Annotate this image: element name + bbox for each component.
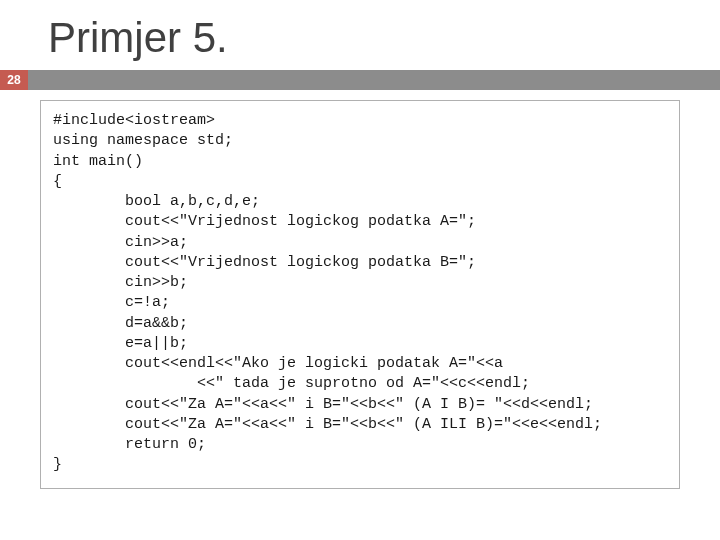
accent-bar: 28 <box>0 70 720 90</box>
slide: Primjer 5. 28 #include<iostream> using n… <box>0 0 720 540</box>
slide-title: Primjer 5. <box>0 0 720 70</box>
slide-number-badge: 28 <box>0 70 28 90</box>
code-block: #include<iostream> using namespace std; … <box>40 100 680 489</box>
